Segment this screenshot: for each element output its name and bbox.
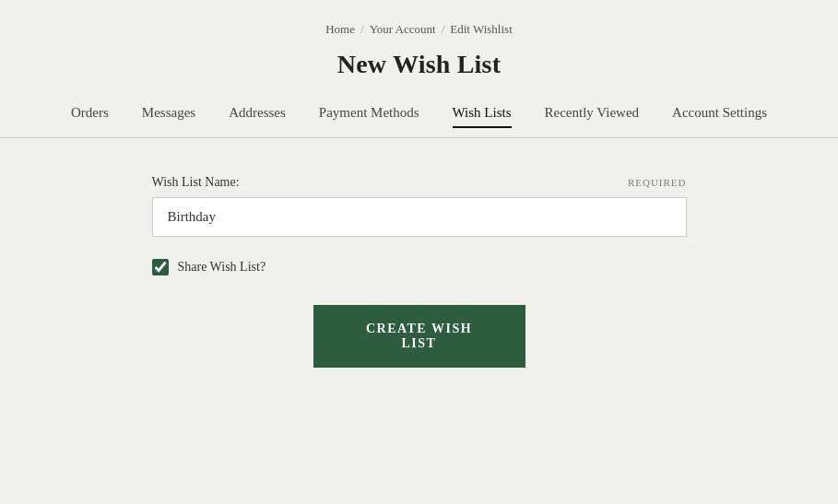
- field-header: Wish List Name: REQUIRED: [152, 175, 687, 190]
- page-title: New Wish List: [337, 50, 501, 79]
- required-badge: REQUIRED: [628, 177, 687, 188]
- breadcrumb-home[interactable]: Home: [325, 22, 355, 37]
- nav-item-addresses[interactable]: Addresses: [229, 105, 286, 128]
- nav-item-messages[interactable]: Messages: [142, 105, 195, 128]
- share-wish-list-label[interactable]: Share Wish List?: [178, 260, 266, 275]
- breadcrumb-account[interactable]: Your Account: [370, 22, 436, 37]
- form-container: Wish List Name: REQUIRED Share Wish List…: [152, 175, 687, 368]
- create-wish-list-button[interactable]: CREATE WISH LIST: [313, 305, 525, 368]
- nav-bar: Orders Messages Addresses Payment Method…: [0, 105, 838, 138]
- nav-item-account-settings[interactable]: Account Settings: [672, 105, 767, 128]
- wish-list-name-input[interactable]: [152, 197, 687, 237]
- field-label: Wish List Name:: [152, 175, 240, 190]
- breadcrumb-sep-1: /: [360, 22, 364, 37]
- checkbox-row: Share Wish List?: [152, 259, 687, 275]
- nav-item-wish-lists[interactable]: Wish Lists: [453, 105, 512, 128]
- nav-item-recently-viewed[interactable]: Recently Viewed: [545, 105, 640, 128]
- breadcrumb-current: Edit Wishlist: [450, 22, 513, 37]
- nav-item-orders[interactable]: Orders: [71, 105, 109, 128]
- nav-item-payment-methods[interactable]: Payment Methods: [319, 105, 419, 128]
- page-wrapper: Home / Your Account / Edit Wishlist New …: [0, 0, 838, 504]
- breadcrumb: Home / Your Account / Edit Wishlist: [325, 22, 513, 37]
- share-wish-list-checkbox[interactable]: [152, 259, 169, 275]
- breadcrumb-sep-2: /: [442, 22, 445, 37]
